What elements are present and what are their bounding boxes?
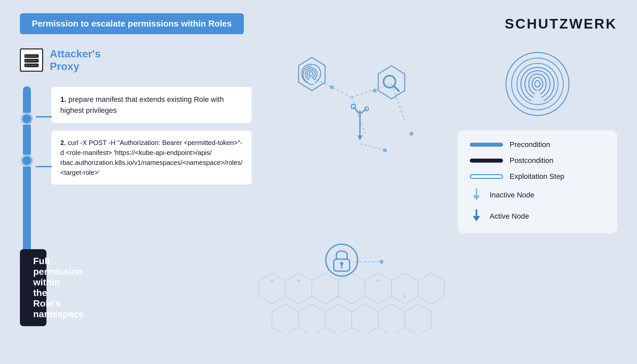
- center-section: [252, 47, 458, 346]
- svg-point-51: [403, 295, 406, 298]
- svg-marker-43: [325, 304, 352, 333]
- pipe-knob-2: [21, 155, 33, 167]
- svg-rect-2: [28, 56, 37, 56]
- pipe-connector-2: [36, 166, 52, 167]
- svg-point-52: [506, 52, 569, 115]
- svg-rect-4: [25, 60, 27, 62]
- svg-rect-7: [25, 64, 27, 66]
- left-section: Attacker'sProxy 1: [20, 47, 252, 346]
- inactive-node-arrow: [470, 188, 483, 202]
- svg-marker-42: [299, 304, 325, 333]
- pipe-cap: [23, 86, 31, 93]
- page-title: Permission to escalate permissions withi…: [20, 13, 244, 34]
- svg-point-33: [380, 260, 384, 264]
- svg-marker-46: [405, 304, 431, 333]
- legend-precondition: Precondition: [470, 140, 605, 149]
- precondition-label: Precondition: [510, 140, 550, 149]
- result-bar: Full permission within the Role's namesp…: [20, 249, 46, 326]
- step-1-number: 1.: [60, 95, 68, 104]
- svg-line-11: [352, 97, 365, 134]
- header-bar: Permission to escalate permissions withi…: [20, 13, 617, 34]
- step-2-number: 2.: [60, 139, 68, 146]
- flow-wrapper: 1. prepare manifest that extends existin…: [20, 86, 252, 272]
- svg-marker-38: [365, 273, 391, 304]
- svg-rect-1: [25, 55, 27, 57]
- pipe-body-2: [23, 125, 31, 155]
- active-node-arrow: [470, 209, 483, 223]
- pipe-connector-1: [36, 116, 52, 117]
- svg-marker-56: [473, 195, 480, 200]
- pipeline-column: [20, 86, 34, 272]
- svg-point-15: [409, 132, 413, 136]
- svg-point-53: [512, 58, 563, 110]
- svg-marker-58: [473, 216, 480, 221]
- attacker-title: Attacker'sProxy: [50, 47, 101, 73]
- exploitation-indicator: [470, 174, 503, 179]
- svg-point-50: [377, 279, 380, 282]
- legend-exploitation: Exploitation Step: [470, 172, 605, 181]
- svg-marker-34: [259, 273, 285, 304]
- svg-line-19: [394, 86, 399, 91]
- svg-marker-39: [391, 273, 418, 304]
- bottom-hex-pattern: [252, 266, 484, 333]
- main-content: Attacker'sProxy 1: [20, 47, 617, 346]
- legend-card: Precondition Postcondition Exploitation …: [458, 130, 617, 233]
- postcondition-indicator: [470, 159, 503, 163]
- exploitation-label: Exploitation Step: [510, 172, 564, 181]
- precondition-indicator: [470, 143, 503, 147]
- svg-point-14: [373, 89, 377, 93]
- svg-point-47: [271, 279, 273, 282]
- steps-column: 1. prepare manifest that extends existin…: [34, 86, 252, 272]
- legend-active-node: Active Node: [470, 209, 605, 223]
- legend-inactive-node: Inactive Node: [470, 188, 605, 202]
- svg-point-54: [517, 63, 558, 105]
- svg-marker-35: [285, 273, 312, 304]
- main-container: Permission to escalate permissions withi…: [0, 0, 637, 364]
- brand-logo: SCHUTZWERK: [505, 16, 617, 32]
- svg-marker-40: [418, 273, 445, 304]
- step-2-box: 2. curl -X POST -H "Authorization: Beare…: [51, 130, 252, 185]
- step-1-box: 1. prepare manifest that extends existin…: [51, 86, 252, 123]
- fingerprint-circle-icon: [458, 51, 617, 117]
- server-icon: [20, 48, 43, 72]
- svg-point-48: [297, 279, 300, 282]
- svg-point-13: [330, 85, 334, 89]
- attacker-proxy-header: Attacker'sProxy: [20, 47, 252, 73]
- step-2-text: curl -X POST -H "Authorization: Bearer <…: [60, 139, 243, 176]
- svg-point-49: [337, 295, 340, 298]
- svg-line-23: [360, 109, 367, 114]
- pipe-body-1: [23, 93, 31, 113]
- step-1-text: prepare manifest that extends existing R…: [60, 95, 224, 114]
- svg-marker-37: [338, 273, 365, 304]
- svg-marker-36: [312, 273, 338, 304]
- postcondition-label: Postcondition: [510, 156, 553, 165]
- active-node-label: Active Node: [490, 212, 529, 221]
- svg-marker-25: [357, 135, 363, 140]
- svg-rect-5: [28, 60, 37, 61]
- inactive-node-label: Inactive Node: [490, 191, 534, 199]
- pipe-knob-1: [21, 113, 33, 125]
- network-diagram: [265, 47, 451, 187]
- svg-rect-8: [28, 65, 37, 66]
- svg-line-26: [360, 144, 385, 150]
- svg-point-27: [383, 148, 387, 152]
- svg-marker-45: [378, 304, 405, 333]
- svg-marker-41: [272, 304, 299, 333]
- svg-marker-44: [352, 304, 378, 333]
- legend-postcondition: Postcondition: [470, 156, 605, 165]
- svg-marker-17: [378, 66, 405, 99]
